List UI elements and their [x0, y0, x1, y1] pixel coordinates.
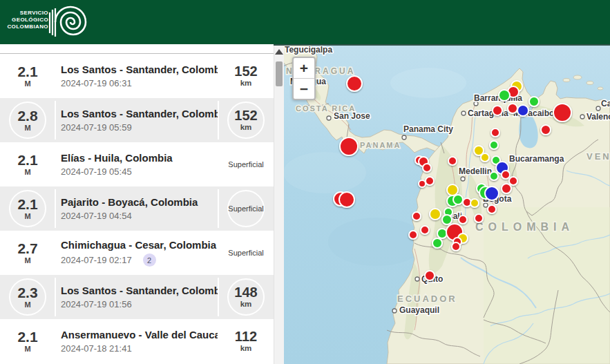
earthquake-marker-yellow[interactable]	[447, 184, 458, 195]
quake-list-item[interactable]: 2.1MAnsermanuevo - Valle del Cauca, C...…	[0, 319, 274, 363]
earthquake-marker-green[interactable]	[432, 238, 442, 248]
magnitude-value: 2.1	[17, 197, 37, 212]
city-label-guayaquil: Guayaquil	[399, 305, 439, 315]
earthquake-marker-red[interactable]	[553, 104, 571, 122]
quake-list-item[interactable]: 2.3MLos Santos - Santander, Colombia2024…	[0, 275, 274, 319]
earthquake-marker-green[interactable]	[442, 215, 452, 224]
earthquake-marker-red[interactable]	[452, 242, 460, 251]
earthquake-marker-blue[interactable]	[517, 105, 528, 116]
quake-list-item[interactable]: 2.7MChimichagua - Cesar, Colombia2024-07…	[0, 231, 274, 275]
magnitude-column: 2.1M	[0, 323, 55, 360]
earthquake-marker-red[interactable]	[419, 180, 426, 187]
earthquake-marker-red[interactable]	[412, 212, 421, 220]
earthquake-marker-red[interactable]	[426, 177, 434, 185]
quake-dateline: 2024-07-19 01:56	[61, 299, 218, 309]
quake-list-item[interactable]: 2.1MLos Santos - Santander, Colombia2024…	[0, 54, 274, 98]
depth-value: 148	[234, 285, 257, 300]
earthquake-marker-green[interactable]	[490, 141, 498, 149]
city-dot-medellin	[461, 177, 465, 181]
list-scrollbar[interactable]	[274, 44, 284, 364]
spiral-logo-icon	[48, 3, 90, 41]
magnitude-unit: M	[24, 256, 30, 265]
city-label-san-jose: San Jose	[334, 111, 370, 121]
earthquake-marker-red[interactable]	[491, 128, 499, 137]
depth-column: Superficial	[218, 190, 274, 227]
magnitude-unit: M	[24, 300, 30, 309]
earthquake-marker-red[interactable]	[340, 137, 358, 155]
magnitude-value: 2.8	[17, 108, 37, 124]
column-divider	[218, 322, 219, 361]
quake-dateline: 2024-07-18 21:41	[61, 343, 218, 354]
magnitude-value: 2.1	[17, 64, 37, 79]
city-dot-panama-city	[402, 135, 406, 140]
earthquake-marker-red[interactable]	[423, 164, 431, 172]
earthquake-marker-green[interactable]	[529, 97, 539, 106]
quake-datetime: 2024-07-18 21:41	[61, 343, 132, 354]
magnitude-column: 2.3M	[0, 278, 55, 316]
earthquake-marker-red[interactable]	[508, 104, 517, 113]
earthquake-marker-red[interactable]	[448, 157, 457, 165]
earthquake-marker-red[interactable]	[421, 226, 429, 234]
magnitude-column: 2.1M	[0, 146, 55, 183]
zoom-in-button[interactable]: +	[294, 58, 314, 79]
zoom-out-button[interactable]: −	[294, 79, 314, 99]
magnitude-unit: M	[24, 79, 30, 88]
earthquake-marker-red[interactable]	[475, 214, 483, 222]
earthquake-marker-red[interactable]	[502, 171, 510, 179]
magnitude-unit: M	[24, 168, 30, 176]
column-divider	[55, 57, 56, 95]
column-divider	[218, 233, 219, 272]
earthquake-marker-red[interactable]	[425, 271, 435, 280]
depth-unit: km	[240, 344, 252, 353]
earthquake-marker-red[interactable]	[488, 205, 496, 213]
quake-info-column: Pajarito - Boyacá, Colombia2024-07-19 04…	[55, 196, 218, 221]
earthquake-marker-red[interactable]	[339, 192, 354, 207]
country-label-panama: PANAMA	[360, 141, 401, 149]
earthquake-marker-green[interactable]	[490, 172, 498, 180]
quake-datetime: 2024-07-19 05:45	[61, 166, 132, 177]
earthquake-marker-red[interactable]	[541, 125, 551, 135]
earthquake-map[interactable]: NICARAGUACOSTA RICAPANAMACOLOMBIAECUADOR…	[283, 44, 610, 364]
earthquake-marker-yellow[interactable]	[470, 199, 479, 207]
scroll-up-arrow-icon[interactable]	[275, 49, 283, 55]
scrollbar-thumb[interactable]	[276, 61, 283, 86]
depth-value: 112	[235, 329, 257, 344]
quake-location: Elías - Huila, Colombia	[61, 152, 218, 164]
column-divider	[55, 101, 56, 140]
earthquake-marker-red[interactable]	[509, 177, 517, 185]
magnitude-badge: 2.1M	[9, 323, 46, 360]
depth-column: 152km	[218, 102, 274, 139]
depth-badge: 112km	[227, 323, 265, 360]
depth-value: 152	[234, 108, 257, 123]
earthquake-list-panel: 2.1MLos Santos - Santander, Colombia2024…	[0, 44, 274, 364]
magnitude-badge: 2.1M	[9, 190, 46, 227]
quake-location: Chimichagua - Cesar, Colombia	[61, 239, 218, 251]
earthquake-marker-blue[interactable]	[485, 186, 499, 200]
depth-column: 112km	[218, 323, 274, 360]
quake-list-item[interactable]: 2.1MPajarito - Boyacá, Colombia2024-07-1…	[0, 186, 274, 231]
earthquake-marker-green[interactable]	[499, 90, 510, 101]
earthquake-marker-red[interactable]	[347, 76, 362, 91]
column-divider	[218, 145, 219, 184]
earthquake-marker-green[interactable]	[437, 229, 447, 238]
earthquake-marker-yellow[interactable]	[481, 153, 489, 162]
earthquake-marker-red[interactable]	[409, 231, 417, 239]
quake-list-item[interactable]: 2.8MLos Santos - Santander, Colombia2024…	[0, 98, 274, 142]
earthquake-marker-red[interactable]	[502, 184, 511, 193]
app-header: SERVICIO GEOLÓGICO COLOMBIANO	[0, 0, 610, 44]
sgc-logo[interactable]: SERVICIO GEOLÓGICO COLOMBIANO	[7, 10, 48, 30]
quake-dateline: 2024-07-19 05:59	[61, 122, 218, 133]
map-canvas: NICARAGUACOSTA RICAPANAMACOLOMBIAECUADOR…	[283, 44, 610, 364]
earthquake-marker-red[interactable]	[493, 106, 502, 115]
earthquake-marker-red[interactable]	[459, 215, 467, 224]
quake-list-item[interactable]: 2.1MElías - Huila, Colombia2024-07-19 05…	[0, 142, 274, 186]
cluster-count-badge: 2	[143, 253, 156, 267]
magnitude-badge: 2.3M	[9, 278, 46, 316]
depth-badge: 152km	[227, 57, 265, 95]
quake-dateline: 2024-07-19 06:31	[61, 78, 218, 88]
earthquake-marker-green[interactable]	[453, 195, 463, 204]
depth-unit: km	[240, 123, 252, 132]
earthquake-marker-yellow[interactable]	[430, 209, 441, 220]
quake-info-column: Los Santos - Santander, Colombia2024-07-…	[55, 285, 218, 309]
city-dot-caracas	[596, 106, 600, 111]
